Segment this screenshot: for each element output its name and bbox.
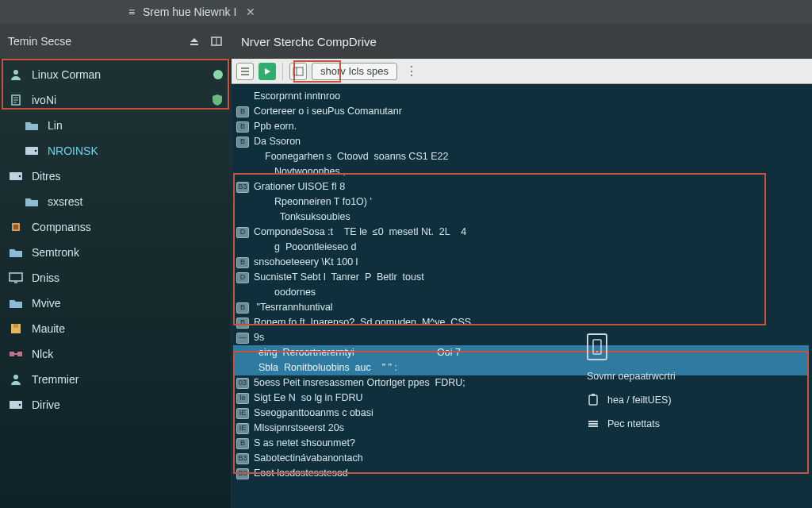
terminal-line[interactable]: B3Sabotectinávabanontach [233,451,809,466]
line-text: Ronem fo ft Inarenso? Sd oomuden M^ve CS… [254,315,471,330]
terminal-line[interactable]: Bsnsohoeteeery \Kt 100 l [233,255,809,270]
terminal-line[interactable]: BCortereer o i seuPus Comanutanr [233,104,809,119]
line-badge: IE [236,408,249,419]
svg-rect-10 [10,273,22,281]
svg-rect-14 [17,352,22,356]
terminal-line[interactable]: Novtwononbes , [233,164,809,179]
terminal-line[interactable]: DSucnisteT Sebt l Tanrer P Betlr toust [233,270,809,285]
terminal-line[interactable]: Tonksuksoubies [233,210,809,225]
svg-point-17 [19,404,21,406]
terminal-line[interactable]: B "Tesrrannhuntival [233,300,809,315]
window-title: Srem hue Niewnk I [143,6,236,18]
terminal-line[interactable]: BRonem fo ft Inarenso? Sd oomuden M^ve C… [233,315,809,330]
terminal-line[interactable]: B3Grationer UISOE fI 8 [233,179,809,194]
tab-icon-panel[interactable] [289,63,307,80]
tab-icon-list[interactable] [236,63,254,80]
clipboard-icon [587,394,599,406]
line-text: 9s [254,330,264,345]
header-left: Temin Secse [0,24,232,59]
device-icon[interactable] [587,333,607,360]
right-panel-row-2[interactable]: hea / feiltUES) [584,392,798,408]
titlebar: ≡ Srem hue Niewnk I ✕ [0,0,812,24]
sidebar-item-label: Mauite [32,322,65,335]
terminal-line[interactable]: BPpb eorn. [233,119,809,134]
terminal-line[interactable]: Escorprnnt inntnroo [233,89,809,104]
close-icon[interactable]: ✕ [246,6,255,18]
sidebar-item[interactable]: Ditres [0,164,231,189]
sidebar-item-label: sxsrest [48,195,82,208]
sidebar-item[interactable]: Dirive [0,392,231,418]
svg-rect-23 [592,394,595,396]
sidebar-item-label: Ditres [32,170,61,183]
right-panel-row-3[interactable]: Pec ntettats [584,416,798,432]
tab-icon-run[interactable] [259,63,276,80]
terminal-line[interactable]: BDa Ssoron [233,134,809,149]
right-panel: Sovmr oepaatrwcrtri hea / feiltUES) Pec … [584,333,798,440]
sidebar-item-label: ivoNi [32,94,56,106]
right-panel-text: Sovmr oepaatrwcrtri [587,371,676,382]
svg-rect-13 [10,352,14,356]
header-left-label: Temin Secse [8,35,71,48]
line-text: Ppb eorn. [254,119,297,134]
line-badge: B3 [236,453,249,464]
terminal-line[interactable]: DCompondeSosa :t TE le ≤0 mesetl Nt. 2L … [233,225,809,240]
tab-label[interactable]: shorv Icls spes [312,63,397,80]
sidebar-item[interactable]: Nlck [0,341,231,367]
svg-point-21 [596,351,598,352]
line-text: Tonksuksoubies [274,210,350,225]
line-text: Da Ssoron [254,134,301,149]
terminal[interactable]: Escorprnnt inntnrooBCortereer o i seuPus… [232,84,812,508]
sidebar-item-label: Mvive [32,297,61,310]
folder-icon [24,195,40,208]
header-right: Nrver Sterchc CompDrive [232,24,812,59]
folder-icon [8,246,24,259]
sidebar-item[interactable]: ivoNi [0,87,231,113]
menu-icon[interactable]: ≡ [127,6,136,18]
sidebar-item[interactable]: NROINSK [0,138,231,164]
line-text: SucnisteT Sebt l Tanrer P Betlr toust [254,270,424,285]
terminal-line[interactable]: Rpeonneiren T fo1O) ' [233,194,809,210]
sidebar-item[interactable]: Linux Corman [0,62,231,87]
sidebar-item-label: Dirive [32,398,60,411]
sidebar-item[interactable]: Dniss [0,265,231,291]
panel-icon[interactable] [209,36,224,47]
terminal-line[interactable]: B3Eoot losdostesstesod [233,466,809,481]
line-text: Grationer UISOE fI 8 [254,179,345,194]
terminal-line[interactable]: g Pooontleieseo d [233,240,809,255]
sidebar-item[interactable]: Mvive [0,291,231,316]
sidebar-item-label: Compnanss [32,221,91,233]
svg-rect-18 [293,67,303,75]
svg-rect-9 [13,225,18,229]
line-text: Foonegarhen s Ctoovd soanns CS1 E22 [265,149,448,164]
tabbar: shorv Icls spes ⋮ [232,59,812,84]
line-text: 5oess Peit insresassmen Ortorlget ppes F… [254,375,465,391]
line-badge: B [236,137,249,148]
line-text: Sbla Ronitboluobins auc " " : [259,360,397,375]
content: shorv Icls spes ⋮ Escorprnnt inntnrooBCo… [232,59,812,508]
line-badge: — [236,333,249,344]
doc-icon [8,94,24,106]
sidebar-item[interactable]: Tremmier [0,367,231,392]
user-icon [8,68,24,81]
drive-icon [8,170,24,183]
tab-separator [282,63,283,80]
sidebar-item-label: Tremmier [32,373,79,386]
line-text: Sseogpanttooanms c obasi [254,406,373,421]
sidebar-item[interactable]: sxsrest [0,189,231,214]
sidebar-item[interactable]: Lin [0,113,231,138]
right-panel-row-1[interactable]: Sovmr oepaatrwcrtri [584,368,798,384]
sidebar-item[interactable]: Mauite [0,316,231,341]
eject-icon[interactable] [187,36,201,47]
terminal-line[interactable]: oodornes [233,285,809,300]
sidebar-item[interactable]: Compnanss [0,214,231,240]
line-text: Sabotectinávabanontach [254,451,363,466]
line-badge: B [236,106,249,117]
svg-rect-22 [589,395,597,405]
sidebar-item[interactable]: Semtronk [0,240,231,265]
terminal-line[interactable]: Foonegarhen s Ctoovd soanns CS1 E22 [233,149,809,164]
line-text: Novtwononbes , [274,164,346,179]
line-badge: le [236,393,249,404]
sidebar-item-label: Linux Corman [32,68,101,81]
tab-overflow-icon[interactable]: ⋮ [402,64,418,79]
line-text: CompondeSosa :t TE le ≤0 mesetl Nt. 2L 4 [254,225,466,240]
